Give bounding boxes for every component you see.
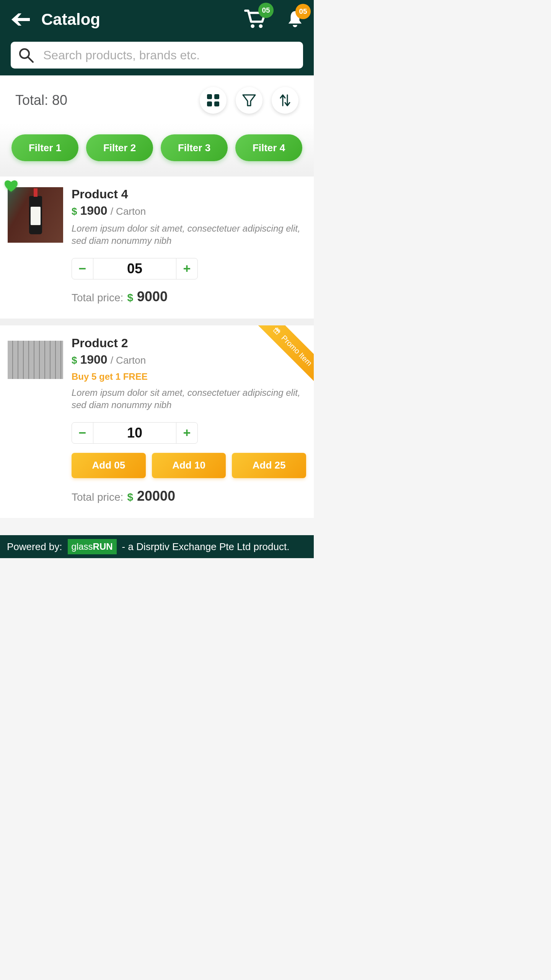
total-price: 9000 bbox=[137, 289, 168, 305]
product-price: 1900 bbox=[80, 204, 107, 218]
product-description: Lorem ipsum dolor sit amet, consectetuer… bbox=[72, 222, 306, 247]
favorite-icon[interactable] bbox=[4, 180, 18, 194]
total-currency: $ bbox=[127, 491, 133, 503]
search-bar[interactable] bbox=[11, 42, 303, 69]
controls-row: Total: 80 bbox=[0, 75, 314, 123]
total-label: Total price: bbox=[72, 292, 123, 304]
promo-text: Buy 5 get 1 FREE bbox=[72, 371, 306, 382]
svg-rect-6 bbox=[207, 101, 212, 106]
svg-point-0 bbox=[251, 24, 254, 28]
svg-point-2 bbox=[20, 49, 29, 58]
qty-value[interactable]: 05 bbox=[93, 258, 176, 279]
notifications-button[interactable]: 05 bbox=[287, 10, 303, 29]
filter-pill-4[interactable]: Filter 4 bbox=[235, 134, 302, 161]
currency-symbol: $ bbox=[72, 354, 77, 366]
search-icon bbox=[18, 47, 34, 63]
add-qty-button[interactable]: Add 10 bbox=[152, 453, 226, 478]
header-bar: Catalog 05 05 bbox=[0, 0, 314, 75]
product-description: Lorem ipsum dolor sit amet, consectetuer… bbox=[72, 387, 306, 412]
product-price: 1900 bbox=[80, 353, 107, 367]
product-card[interactable]: Product 4 $ 1900 / Carton Lorem ipsum do… bbox=[0, 176, 314, 318]
total-label: Total price: bbox=[72, 491, 123, 503]
cart-button[interactable]: 05 bbox=[244, 8, 266, 30]
qty-decrease-button[interactable]: − bbox=[72, 423, 93, 443]
product-list: Product 4 $ 1900 / Carton Lorem ipsum do… bbox=[0, 176, 314, 518]
svg-line-3 bbox=[28, 57, 33, 62]
cart-badge: 05 bbox=[258, 3, 274, 18]
sort-button[interactable] bbox=[272, 87, 298, 114]
product-image bbox=[8, 187, 63, 243]
filter-pill-2[interactable]: Filter 2 bbox=[86, 134, 153, 161]
product-image bbox=[8, 341, 63, 379]
product-unit: / Carton bbox=[111, 354, 146, 366]
product-unit: / Carton bbox=[111, 206, 146, 217]
svg-point-1 bbox=[259, 24, 263, 28]
funnel-icon bbox=[241, 93, 257, 108]
footer-bar: Powered by: glassRUN - a Disrptiv Exchan… bbox=[0, 535, 314, 558]
footer-tagline: - a Disrptiv Exchange Pte Ltd product. bbox=[122, 541, 290, 553]
quantity-stepper: − 10 + bbox=[72, 422, 198, 444]
svg-rect-5 bbox=[214, 94, 219, 99]
gift-icon bbox=[272, 326, 282, 335]
back-button[interactable] bbox=[11, 12, 30, 27]
grid-view-button[interactable] bbox=[200, 87, 227, 114]
svg-rect-7 bbox=[214, 101, 219, 106]
product-name: Product 4 bbox=[72, 187, 306, 201]
filter-pill-3[interactable]: Filter 3 bbox=[161, 134, 228, 161]
qty-value[interactable]: 10 bbox=[93, 423, 176, 443]
total-price: 20000 bbox=[137, 488, 175, 504]
brand-logo: glassRUN bbox=[68, 539, 117, 554]
filter-button[interactable] bbox=[236, 87, 262, 114]
filter-pills: Filter 1 Filter 2 Filter 3 Filter 4 bbox=[0, 123, 314, 176]
qty-decrease-button[interactable]: − bbox=[72, 258, 93, 279]
qty-increase-button[interactable]: + bbox=[176, 423, 197, 443]
currency-symbol: $ bbox=[72, 206, 77, 217]
qty-increase-button[interactable]: + bbox=[176, 258, 197, 279]
page-title: Catalog bbox=[41, 10, 100, 29]
product-card[interactable]: Product 2 $ 1900 / Carton Buy 5 get 1 FR… bbox=[0, 325, 314, 518]
add-qty-button[interactable]: Add 25 bbox=[232, 453, 306, 478]
add-qty-button[interactable]: Add 05 bbox=[72, 453, 146, 478]
quantity-stepper: − 05 + bbox=[72, 258, 198, 279]
svg-rect-4 bbox=[207, 94, 212, 99]
total-currency: $ bbox=[127, 292, 133, 304]
powered-by-label: Powered by: bbox=[7, 541, 62, 553]
notif-badge: 05 bbox=[295, 4, 311, 19]
filter-pill-1[interactable]: Filter 1 bbox=[11, 134, 78, 161]
search-input[interactable] bbox=[43, 48, 295, 62]
grid-icon bbox=[206, 93, 220, 107]
sort-icon bbox=[277, 93, 293, 108]
total-count: Total: 80 bbox=[15, 92, 67, 108]
